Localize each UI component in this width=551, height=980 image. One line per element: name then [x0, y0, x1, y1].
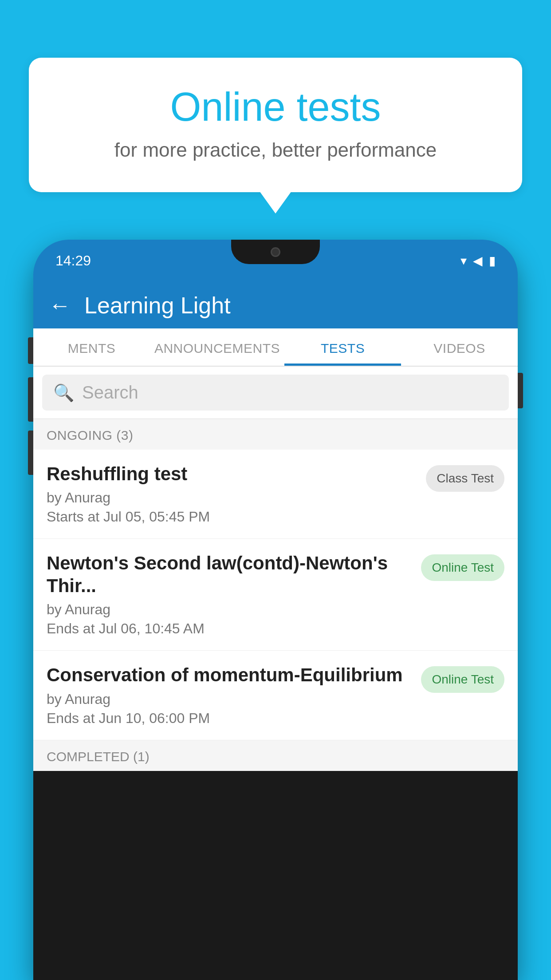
- test-item[interactable]: Conservation of momentum-Equilibrium by …: [33, 651, 518, 740]
- search-bar[interactable]: 🔍 Search: [42, 375, 509, 411]
- test-item-time: Starts at Jul 05, 05:45 PM: [47, 509, 417, 525]
- phone-screen: 🔍 Search ONGOING (3) Reshuffling test: [33, 367, 518, 771]
- back-button[interactable]: ←: [49, 292, 71, 318]
- test-item-by: by Anurag: [47, 601, 412, 618]
- test-item-time: Ends at Jul 06, 10:45 AM: [47, 620, 412, 637]
- bubble-subtitle: for more practice, better performance: [64, 139, 487, 161]
- test-item-by: by Anurag: [47, 691, 412, 707]
- tab-announcements[interactable]: ANNOUNCEMENTS: [150, 328, 284, 366]
- status-time: 14:29: [55, 253, 91, 269]
- phone-vol-down-button: [28, 431, 33, 475]
- completed-section-title: COMPLETED (1): [47, 749, 150, 764]
- tab-ments[interactable]: MENTS: [33, 328, 150, 366]
- test-item-by: by Anurag: [47, 490, 417, 506]
- status-bar: 14:29 ▾ ◀ ▮: [33, 240, 518, 282]
- test-item-content: Newton's Second law(contd)-Newton's Thir…: [47, 552, 412, 637]
- test-badge-online: Online Test: [421, 554, 504, 581]
- test-item-content: Reshuffling test by Anurag Starts at Jul…: [47, 463, 417, 525]
- bubble-title: Online tests: [64, 84, 487, 130]
- search-placeholder: Search: [82, 383, 138, 403]
- test-badge-class: Class Test: [426, 465, 504, 492]
- tab-tests[interactable]: TESTS: [284, 328, 401, 366]
- phone-frame: 14:29 ▾ ◀ ▮ ← Learning Light MENTS ANNOU…: [33, 240, 518, 980]
- phone-notch: [231, 240, 320, 264]
- app-header: ← Learning Light: [33, 282, 518, 328]
- speech-bubble-container: Online tests for more practice, better p…: [29, 58, 522, 213]
- ongoing-section-header: ONGOING (3): [33, 419, 518, 450]
- test-item-time: Ends at Jun 10, 06:00 PM: [47, 710, 412, 727]
- speech-bubble: Online tests for more practice, better p…: [29, 58, 522, 192]
- speech-bubble-tail: [260, 191, 291, 213]
- test-item[interactable]: Newton's Second law(contd)-Newton's Thir…: [33, 539, 518, 651]
- tab-videos[interactable]: VIDEOS: [401, 328, 518, 366]
- ongoing-section-title: ONGOING (3): [47, 428, 134, 443]
- test-list: Reshuffling test by Anurag Starts at Jul…: [33, 450, 518, 740]
- test-item-name: Reshuffling test: [47, 463, 417, 485]
- phone-container: 14:29 ▾ ◀ ▮ ← Learning Light MENTS ANNOU…: [33, 240, 518, 980]
- search-bar-container: 🔍 Search: [33, 367, 518, 419]
- phone-camera: [271, 247, 280, 257]
- status-icons: ▾ ◀ ▮: [460, 253, 496, 268]
- test-item[interactable]: Reshuffling test by Anurag Starts at Jul…: [33, 450, 518, 539]
- phone-vol-up-button: [28, 377, 33, 422]
- phone-silent-button: [28, 337, 33, 364]
- test-item-name: Newton's Second law(contd)-Newton's Thir…: [47, 552, 412, 597]
- tabs-container: MENTS ANNOUNCEMENTS TESTS VIDEOS: [33, 328, 518, 367]
- test-badge-online: Online Test: [421, 666, 504, 693]
- wifi-icon: ▾: [460, 253, 467, 268]
- app-title: Learning Light: [84, 292, 231, 319]
- completed-section-header: COMPLETED (1): [33, 740, 518, 771]
- phone-power-button: [518, 373, 523, 408]
- battery-icon: ▮: [489, 253, 496, 268]
- signal-icon: ◀: [473, 253, 483, 268]
- search-icon: 🔍: [53, 383, 74, 403]
- test-item-content: Conservation of momentum-Equilibrium by …: [47, 664, 412, 726]
- test-item-name: Conservation of momentum-Equilibrium: [47, 664, 412, 686]
